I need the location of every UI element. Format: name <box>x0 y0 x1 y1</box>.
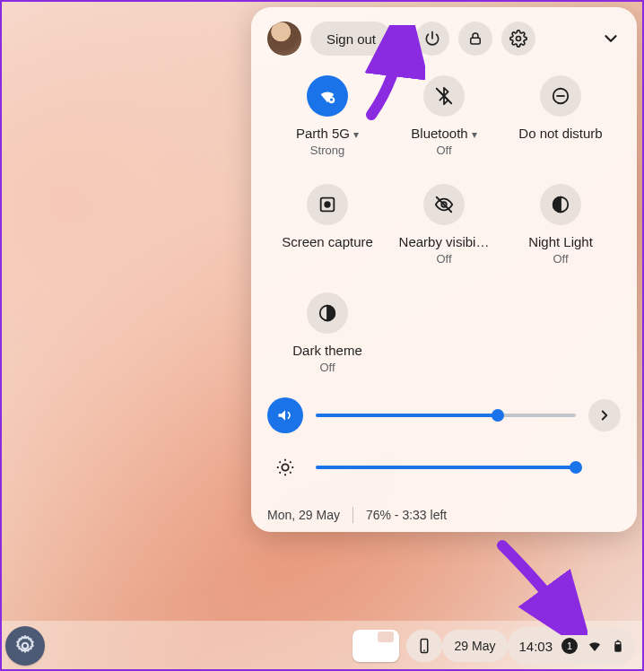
screencap-icon <box>318 195 337 214</box>
nightlight-icon <box>551 195 570 214</box>
chevron-down-icon: ▾ <box>353 128 359 141</box>
toggle-dnd[interactable]: Do not disturb <box>502 75 619 157</box>
svg-rect-3 <box>330 99 333 101</box>
panel-top-row: Sign out <box>267 22 621 56</box>
volume-slider[interactable] <box>316 414 576 417</box>
dnd-icon <box>551 86 570 106</box>
nightlight-icon-circle <box>540 184 581 225</box>
gear-icon <box>509 30 527 48</box>
volume-icon <box>276 406 294 424</box>
panel-footer: Mon, 29 May 76% - 3:33 left <box>267 501 621 523</box>
shelf: 29 May 14:03 1 <box>0 621 644 671</box>
battery-icon <box>612 638 624 654</box>
toggle-sub: Off <box>319 361 335 374</box>
darktheme-icon <box>318 303 337 323</box>
nearby-icon-circle <box>423 184 465 225</box>
settings-button[interactable] <box>501 22 535 56</box>
sliders-section <box>267 397 621 485</box>
volume-slider-row <box>267 397 621 433</box>
svg-rect-0 <box>471 38 481 44</box>
status-tray[interactable]: 14:03 1 <box>508 627 635 665</box>
shelf-time: 14:03 <box>518 639 553 654</box>
toggle-label: Do not disturb <box>518 126 602 142</box>
phone-icon <box>416 638 432 654</box>
lock-icon <box>467 30 483 47</box>
launcher-button[interactable] <box>5 626 45 666</box>
svg-point-1 <box>517 37 521 41</box>
shelf-date: 29 May <box>455 639 496 653</box>
launcher-gear-icon <box>13 634 37 658</box>
toggle-label: Night Light <box>528 234 593 250</box>
wifi-icon <box>318 86 337 106</box>
footer-divider <box>352 507 353 523</box>
toggle-label: Screen capture <box>282 234 373 250</box>
nearby-icon <box>434 195 454 214</box>
toggle-sub: Off <box>436 144 451 157</box>
shelf-date-pill[interactable]: 29 May <box>442 630 509 662</box>
svg-point-8 <box>325 202 330 207</box>
footer-battery: 76% - 3:33 left <box>366 508 447 522</box>
audio-output-button[interactable] <box>588 399 621 431</box>
toggle-darktheme[interactable]: Dark themeOff <box>269 292 386 374</box>
toggle-label: Dark theme <box>292 343 362 359</box>
brightness-icon <box>275 458 295 477</box>
notification-badge: 1 <box>561 638 578 654</box>
toggle-label: Nearby visibi… <box>399 234 490 250</box>
signout-button[interactable]: Sign out <box>310 22 392 56</box>
toggle-sub: Off <box>436 252 451 266</box>
footer-date: Mon, 29 May <box>267 508 340 522</box>
toggle-wifi[interactable]: Parth 5G▾Strong <box>269 75 386 157</box>
volume-button[interactable] <box>267 397 303 433</box>
signout-label: Sign out <box>326 31 376 47</box>
power-button[interactable] <box>415 22 449 56</box>
wifi-icon <box>587 638 603 654</box>
toggle-nightlight[interactable]: Night LightOff <box>502 184 619 266</box>
svg-point-13 <box>282 464 288 470</box>
screencap-icon-circle <box>307 184 348 225</box>
quick-settings-panel: Sign out Parth 5G▾StrongBluetooth▾OffDo … <box>251 7 637 532</box>
bluetooth-icon-circle <box>423 75 465 117</box>
chevron-right-icon <box>596 407 613 423</box>
svg-point-14 <box>22 643 29 649</box>
quick-toggles-grid: Parth 5G▾StrongBluetooth▾OffDo not distu… <box>269 75 619 374</box>
brightness-icon-wrap <box>267 449 303 485</box>
bluetooth-icon <box>434 86 454 106</box>
toggle-sub: Strong <box>310 144 344 157</box>
toggle-nearby[interactable]: Nearby visibi…Off <box>386 184 502 266</box>
power-icon <box>423 30 441 48</box>
darktheme-icon-circle <box>307 292 348 334</box>
dnd-icon-circle <box>540 75 581 117</box>
svg-rect-18 <box>615 645 621 651</box>
toggle-label: Parth 5G▾ <box>296 126 359 142</box>
lock-button[interactable] <box>458 22 492 56</box>
wifi-icon-circle <box>307 75 348 117</box>
brightness-slider-row <box>267 449 621 485</box>
avatar[interactable] <box>267 22 301 56</box>
chevron-down-icon: ▾ <box>472 128 477 141</box>
toggle-sub: Off <box>553 252 568 266</box>
collapse-chevron-icon[interactable] <box>601 29 621 48</box>
shelf-window-thumbnail[interactable] <box>352 630 399 662</box>
brightness-slider[interactable] <box>316 466 576 469</box>
toggle-bluetooth[interactable]: Bluetooth▾Off <box>386 75 502 157</box>
phone-hub-button[interactable] <box>406 630 442 662</box>
toggle-label: Bluetooth▾ <box>411 126 476 142</box>
toggle-screencap[interactable]: Screen capture <box>269 184 386 266</box>
